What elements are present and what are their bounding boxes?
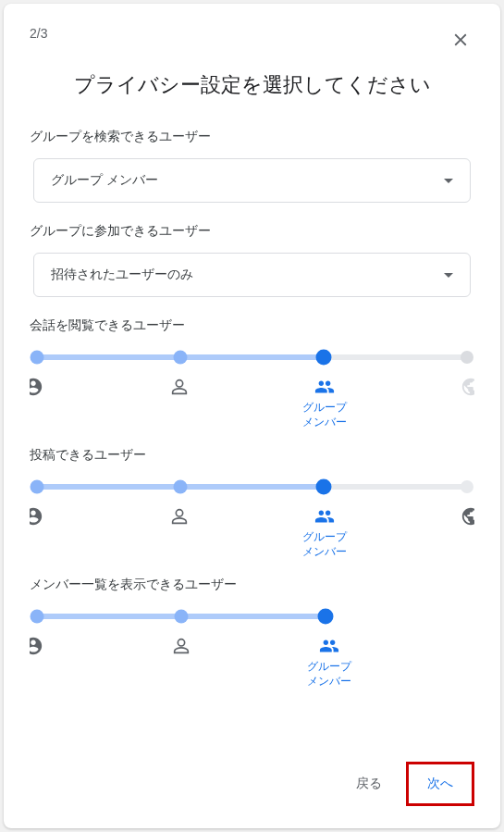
section-members-list: メンバー一覧を表示できるユーザー	[30, 577, 474, 673]
chevron-down-icon	[444, 273, 453, 278]
view-conversations-slider[interactable]: グループ メンバー	[33, 347, 471, 427]
join-group-label: グループに参加できるユーザー	[30, 223, 474, 240]
post-label: 投稿できるユーザー	[30, 447, 474, 464]
dialog-title: プライバシー設定を選択してください	[30, 71, 474, 99]
close-button[interactable]	[447, 26, 474, 56]
group-icon	[319, 636, 339, 656]
slider-selected-label: グループ メンバー	[307, 660, 351, 689]
privacy-settings-dialog: 2/3 プライバシー設定を選択してください グループを検索できるユーザー グルー…	[4, 4, 500, 828]
person-circle-icon	[30, 636, 43, 656]
slider-selected-label: グループ メンバー	[302, 401, 347, 429]
search-group-label: グループを検索できるユーザー	[30, 129, 474, 145]
members-list-slider[interactable]: グループ メンバー	[33, 606, 329, 673]
section-search-group: グループを検索できるユーザー グループ メンバー	[30, 129, 474, 203]
slider-selected-label: グループ メンバー	[302, 530, 347, 559]
person-circle-icon	[30, 506, 43, 527]
back-button[interactable]: 戻る	[339, 766, 399, 801]
group-icon	[314, 506, 335, 527]
close-icon	[450, 30, 471, 50]
next-button[interactable]: 次へ	[411, 766, 470, 801]
person-circle-icon	[30, 377, 43, 397]
dialog-content: グループを検索できるユーザー グループ メンバー グループに参加できるユーザー …	[30, 129, 474, 752]
person-icon	[169, 506, 190, 527]
members-list-label: メンバー一覧を表示できるユーザー	[30, 577, 474, 593]
next-button-highlight: 次へ	[406, 762, 474, 806]
dialog-footer: 戻る 次へ	[30, 752, 474, 806]
section-join-group: グループに参加できるユーザー 招待されたユーザーのみ	[30, 223, 474, 297]
globe-icon	[461, 377, 474, 397]
join-group-dropdown[interactable]: 招待されたユーザーのみ	[33, 253, 471, 297]
search-group-dropdown[interactable]: グループ メンバー	[33, 158, 471, 203]
person-icon	[171, 636, 191, 656]
post-slider[interactable]: グループ メンバー	[33, 477, 471, 556]
person-icon	[169, 377, 190, 397]
section-post: 投稿できるユーザー	[30, 447, 474, 556]
chevron-down-icon	[444, 179, 453, 183]
dropdown-value: グループ メンバー	[51, 172, 158, 189]
step-indicator: 2/3	[30, 26, 47, 41]
dropdown-value: 招待されたユーザーのみ	[51, 267, 193, 283]
dialog-header: 2/3	[30, 26, 474, 56]
globe-icon	[461, 506, 474, 527]
section-view-conversations: 会話を閲覧できるユーザー	[30, 317, 474, 427]
view-conversations-label: 会話を閲覧できるユーザー	[30, 317, 474, 334]
group-icon	[314, 377, 335, 397]
